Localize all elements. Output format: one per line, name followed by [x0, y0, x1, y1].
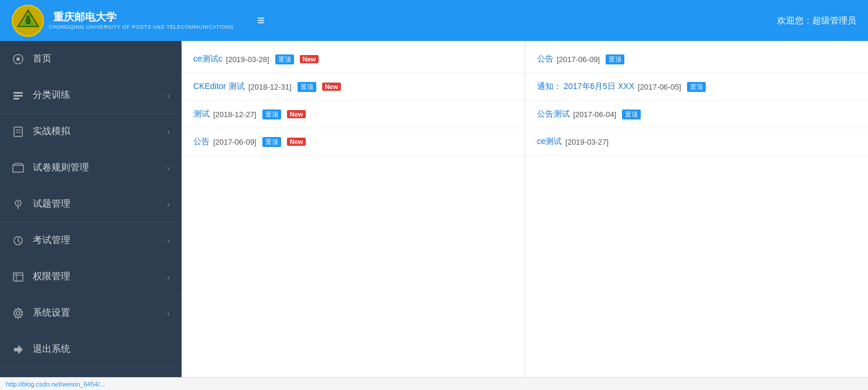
- hamburger-button[interactable]: ≡: [251, 10, 271, 31]
- news-item-ritem4: ce测试[2019-03-27]: [525, 128, 869, 156]
- sidebar-arrow-practice-simulation: ›: [167, 127, 170, 136]
- sidebar-item-system-settings[interactable]: 系统设置›: [0, 295, 182, 331]
- sticky-tag-ritem1: 置顶: [606, 54, 624, 64]
- sidebar-arrow-permission-manage: ›: [167, 272, 170, 282]
- news-date-item3: [2018-12-27]: [213, 110, 257, 119]
- sidebar-icon-system-settings: [12, 307, 25, 320]
- news-link-ritem3[interactable]: 公告测试: [537, 109, 570, 119]
- svg-point-5: [16, 57, 20, 61]
- logo-emblem: [12, 5, 44, 37]
- sidebar-label-practice-simulation: 实战模拟: [33, 125, 70, 138]
- svg-rect-8: [13, 98, 19, 100]
- news-link-ritem4[interactable]: ce测试: [537, 136, 562, 147]
- news-item-item3: 测试[2018-12-27]置顶New: [182, 101, 525, 128]
- news-item-ritem1: 公告[2017-06-09]置顶: [525, 46, 869, 73]
- panel-right: 公告[2017-06-09]置顶通知： 2017年6月5日 XXX[2017-0…: [525, 41, 869, 377]
- news-date-ritem2: [2017-06-05]: [638, 83, 681, 91]
- news-date-ritem4: [2019-03-27]: [565, 138, 609, 146]
- sidebar-item-left-system-settings: 系统设置: [12, 307, 70, 320]
- news-link-ritem2[interactable]: 通知： 2017年6月5日 XXX: [537, 81, 635, 92]
- svg-rect-6: [13, 92, 23, 94]
- footer-bar: http://blog.csdn.net/weixin_6454/...: [0, 377, 868, 390]
- new-tag-item2: New: [322, 83, 341, 91]
- sidebar-icon-home: [12, 53, 25, 66]
- new-tag-item3: New: [287, 110, 306, 118]
- sidebar-item-logout[interactable]: 退出系统: [0, 331, 182, 368]
- svg-rect-9: [14, 127, 22, 136]
- logo-title: 重庆邮电大学: [53, 11, 234, 24]
- sidebar-item-question-manage[interactable]: 试题管理›: [0, 186, 182, 223]
- sidebar-item-exam-rule[interactable]: 试卷规则管理›: [0, 150, 182, 186]
- sidebar-item-left-permission-manage: 权限管理: [12, 271, 70, 283]
- svg-point-24: [16, 312, 20, 315]
- welcome-text: 欢迎您：超级管理员: [777, 15, 856, 26]
- svg-point-3: [26, 15, 30, 19]
- sidebar-label-logout: 退出系统: [33, 343, 70, 355]
- news-item-ritem3: 公告测试[2017-06-04]置顶: [525, 101, 869, 128]
- sidebar-icon-exam-rule: [12, 162, 25, 175]
- logo-area: 重庆邮电大学 CHONGQING UNIVERSITY OF POSTS AND…: [12, 5, 234, 37]
- sidebar-icon-category-training: [12, 89, 25, 102]
- sidebar-label-exam-rule: 试卷规则管理: [33, 162, 89, 174]
- sidebar-label-system-settings: 系统设置: [33, 307, 70, 319]
- new-tag-item4: New: [287, 138, 306, 146]
- news-link-item1[interactable]: ce测试c: [193, 54, 223, 64]
- sidebar-label-permission-manage: 权限管理: [33, 271, 70, 283]
- svg-rect-21: [13, 273, 23, 281]
- sidebar-item-left-question-manage: 试题管理: [12, 198, 70, 211]
- sidebar-label-exam-manage: 考试管理: [33, 234, 70, 247]
- svg-rect-12: [13, 165, 23, 172]
- news-date-ritem3: [2017-06-04]: [573, 110, 617, 119]
- sidebar-icon-permission-manage: [12, 271, 25, 283]
- logo-subtitle: CHONGQING UNIVERSITY OF POSTS AND TELECO…: [49, 24, 234, 30]
- news-link-item2[interactable]: CKEditor 测试: [193, 81, 245, 92]
- news-item-item1: ce测试c[2019-03-28]置顶New: [182, 46, 525, 73]
- sidebar-arrow-category-training: ›: [167, 91, 170, 100]
- news-item-item2: CKEditor 测试[2018-12-31]置顶New: [182, 73, 525, 101]
- sticky-tag-ritem3: 置顶: [622, 110, 641, 119]
- header: 重庆邮电大学 CHONGQING UNIVERSITY OF POSTS AND…: [0, 0, 868, 41]
- sticky-tag-item2: 置顶: [298, 82, 316, 92]
- sidebar-icon-logout: [12, 343, 25, 356]
- news-link-item3[interactable]: 测试: [193, 109, 210, 119]
- sidebar-item-left-practice-simulation: 实战模拟: [12, 125, 70, 138]
- sidebar-label-question-manage: 试题管理: [33, 198, 70, 210]
- sidebar: 首页分类训练›实战模拟›试卷规则管理›试题管理›考试管理›权限管理›系统设置›退…: [0, 41, 182, 377]
- sidebar-item-category-training[interactable]: 分类训练›: [0, 77, 182, 114]
- main-layout: 首页分类训练›实战模拟›试卷规则管理›试题管理›考试管理›权限管理›系统设置›退…: [0, 41, 868, 377]
- sticky-tag-item4: 置顶: [262, 137, 281, 147]
- sidebar-item-left-logout: 退出系统: [12, 343, 70, 356]
- sidebar-arrow-exam-rule: ›: [167, 163, 170, 173]
- news-date-item2: [2018-12-31]: [248, 83, 292, 91]
- sticky-tag-ritem2: 置顶: [687, 82, 706, 92]
- news-item-ritem2: 通知： 2017年6月5日 XXX[2017-06-05]置顶: [525, 73, 869, 101]
- news-date-item1: [2019-03-28]: [226, 55, 269, 64]
- news-date-item4: [2017-06-09]: [213, 138, 257, 146]
- sidebar-label-category-training: 分类训练: [33, 89, 70, 101]
- footer-url: http://blog.csdn.net/weixin_6454/...: [6, 381, 105, 388]
- sidebar-item-practice-simulation[interactable]: 实战模拟›: [0, 114, 182, 150]
- news-item-item4: 公告[2017-06-09]置顶New: [182, 128, 525, 156]
- sticky-tag-item1: 置顶: [275, 54, 294, 64]
- content-area: ce测试c[2019-03-28]置顶NewCKEditor 测试[2018-1…: [182, 41, 868, 377]
- sidebar-item-left-exam-rule: 试卷规则管理: [12, 162, 89, 175]
- svg-rect-7: [13, 95, 23, 97]
- svg-rect-2: [26, 18, 30, 24]
- sidebar-icon-practice-simulation: [12, 125, 25, 138]
- sidebar-item-home[interactable]: 首页: [0, 41, 182, 77]
- sidebar-item-left-exam-manage: 考试管理: [12, 234, 70, 247]
- svg-point-18: [18, 201, 19, 203]
- sidebar-label-home: 首页: [33, 53, 52, 65]
- news-link-item4[interactable]: 公告: [193, 136, 210, 147]
- news-link-ritem1[interactable]: 公告: [537, 54, 553, 64]
- logo-text-block: 重庆邮电大学 CHONGQING UNIVERSITY OF POSTS AND…: [49, 11, 234, 30]
- sidebar-icon-question-manage: [12, 198, 25, 211]
- news-date-ritem1: [2017-06-09]: [557, 55, 600, 64]
- sidebar-item-left-home: 首页: [12, 53, 52, 66]
- svg-marker-25: [14, 345, 23, 354]
- sidebar-item-permission-manage[interactable]: 权限管理›: [0, 259, 182, 295]
- sidebar-item-left-category-training: 分类训练: [12, 89, 70, 102]
- sidebar-icon-exam-manage: [12, 234, 25, 247]
- sidebar-item-exam-manage[interactable]: 考试管理›: [0, 223, 182, 259]
- panel-left: ce测试c[2019-03-28]置顶NewCKEditor 测试[2018-1…: [182, 41, 525, 377]
